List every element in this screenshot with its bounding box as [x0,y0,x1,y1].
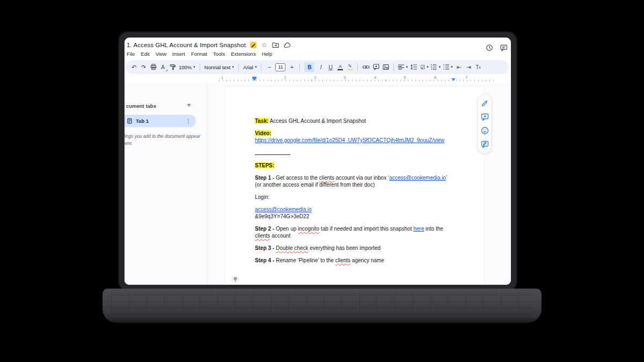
titlebar-right-actions [486,44,508,51]
document-tabs-header: cument tabs [126,103,156,109]
highlight-color-button[interactable]: ✎ [346,62,353,72]
menu-bar: File Edit View Insert Format Tools Exten… [127,51,272,58]
comments-icon[interactable] [500,45,508,51]
video-line: Video: https://drive.google.com/file/d/1… [255,130,454,144]
redo-button[interactable]: ↷ [140,62,147,72]
laptop-base-edge [103,316,541,323]
task-line: Task: Access GHL Account & Import Snapsh… [255,117,454,124]
toolbar-divider [299,63,300,71]
formatting-toolbar: ↶ ↷ A✓ 100%▾ Normal text▾ Arial▾ − 11 + [126,60,509,74]
misspelled-word: clients [335,257,350,263]
zoom-select[interactable]: 100%▾ [179,64,195,70]
help-me-write-icon[interactable] [481,99,489,107]
bold-button[interactable]: B [304,62,314,72]
step-2: Step 2 - Open up incognito tab if needed… [255,225,454,239]
horizontal-ruler: 1 1 2 3 4 5 6 7 [125,75,509,82]
login-password: &9e9q3Y=74G>3eD22 [255,213,309,219]
numbered-list-button[interactable]: ▾ [443,64,453,70]
chevron-down-icon: ▾ [232,65,234,69]
spellcheck-button[interactable]: A✓ [159,62,166,72]
misspelled-word: clients [255,233,270,239]
snapshot-here-link[interactable]: here [413,226,424,232]
undo-button[interactable]: ↶ [130,62,137,72]
tab-options-icon[interactable]: ⋮ [186,118,191,124]
menu-help[interactable]: Help [262,51,273,58]
emoji-reaction-icon[interactable] [481,127,489,135]
version-history-icon[interactable] [486,44,493,51]
font-size-input[interactable]: 11 [275,63,286,71]
add-tab-button[interactable]: + [185,100,193,109]
laptop-screen-bezel: 1. Access GHL Account & Import Snapshot … [119,32,516,290]
first-line-indent-marker[interactable] [252,78,257,81]
decrease-indent-button[interactable]: ⇤ [455,62,462,72]
divider-line [255,149,454,157]
step-1: Step 1 - Get access to the clients accou… [255,174,454,188]
login-label-line: Login: [255,194,454,201]
add-comment-button[interactable] [372,62,379,72]
underscore-divider [255,149,290,155]
document-title[interactable]: 1. Access GHL Account & Import Snapshot [127,42,246,48]
toolbar-divider [200,63,200,71]
move-folder-icon[interactable] [272,42,279,48]
toolbar-divider [357,63,358,71]
print-button[interactable] [150,62,157,72]
align-button[interactable]: ▾ [398,64,408,70]
laptop-mockup: 1. Access GHL Account & Import Snapshot … [0,0,644,362]
menu-format[interactable]: Format [191,51,207,58]
increase-font-size-button[interactable]: + [288,62,295,72]
increase-indent-button[interactable]: ⇥ [465,62,472,72]
checklist-button[interactable]: ☑▾ [420,64,428,70]
right-indent-marker[interactable] [451,78,456,81]
step-4: Step 4 - Rename ‘Pipeline’ to the client… [255,257,454,264]
task-label: Task: [255,118,268,124]
star-icon[interactable]: ☆ [261,42,267,48]
login-email-link[interactable]: access@cookemedia.io [255,206,312,212]
line-spacing-button[interactable] [411,62,418,72]
laptop-keyboard [111,292,533,315]
menu-insert[interactable]: Insert [172,51,185,58]
cloud-status-icon[interactable] [284,42,291,48]
chevron-down-icon: ▾ [255,65,257,69]
menu-file[interactable]: File [127,51,135,58]
menu-view[interactable]: View [156,51,166,58]
tab-label: Tab 1 [136,118,149,124]
menu-tools[interactable]: Tools [213,51,225,58]
chevron-down-icon: ▾ [406,65,408,69]
suggest-edits-icon[interactable] [481,141,489,149]
bulleted-list-button[interactable]: ▾ [431,64,441,70]
video-link[interactable]: https://drive.google.com/file/d/1o25D4_U… [255,137,444,143]
tree-icon [231,275,239,283]
video-label: Video: [255,130,271,136]
underline-button[interactable]: U [327,62,334,72]
inbox-email-link[interactable]: access@cookemedia.io [389,175,446,181]
insert-image-button[interactable] [382,62,389,72]
toolbar-divider [261,63,261,71]
document-workspace: cument tabs + Tab 1 ⋮ dings you add to t… [125,83,511,285]
yellow-highlight-icon[interactable] [250,42,257,48]
tab-document-icon [127,118,132,124]
laptop-base [103,289,541,323]
steps-heading: STEPS: [255,162,454,169]
toolbar-divider [393,63,394,71]
italic-button[interactable]: I [317,62,324,72]
side-action-rail [478,94,492,153]
chevron-down-icon: ▾ [427,65,429,69]
menu-extensions[interactable]: Extensions [231,51,255,58]
tabs-helper-text: dings you add to the document appear her… [125,133,201,147]
misspelled-word: clients [319,175,334,181]
insert-link-button[interactable] [362,62,370,72]
clear-formatting-button[interactable]: Tx [474,62,481,72]
font-select[interactable]: Arial▾ [243,64,257,70]
toolbar-divider [238,63,239,71]
menu-edit[interactable]: Edit [141,51,149,58]
chevron-down-icon: ▾ [193,65,195,69]
misspelled-word: Double check [276,245,309,251]
text-color-button[interactable]: A [336,62,343,72]
decrease-font-size-button[interactable]: − [266,62,273,72]
misspelled-word: incognito [298,226,319,232]
sidebar-tab-1[interactable]: Tab 1 ⋮ [125,115,196,127]
document-page[interactable]: Task: Access GHL Account & Import Snapsh… [225,86,485,285]
add-comment-icon[interactable] [481,113,489,121]
paragraph-styles-select[interactable]: Normal text▾ [204,64,234,70]
paint-format-button[interactable] [169,62,176,72]
